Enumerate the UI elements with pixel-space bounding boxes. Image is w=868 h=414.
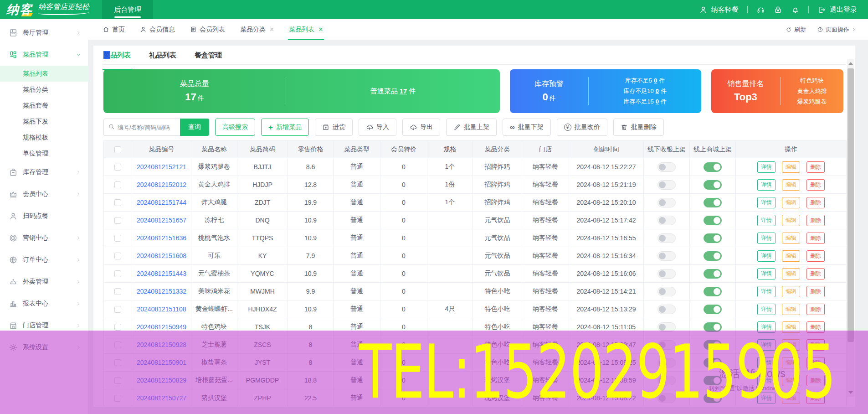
delete-button[interactable]: 删除 xyxy=(806,161,825,173)
edit-button[interactable]: 编辑 xyxy=(782,179,800,191)
mall-shelf-toggle[interactable] xyxy=(704,251,722,261)
subtab[interactable]: 菜品列表 xyxy=(103,51,131,64)
toolbar-button[interactable]: 批量删除 xyxy=(613,119,664,136)
row-checkbox[interactable] xyxy=(114,270,121,277)
mall-shelf-toggle[interactable] xyxy=(704,305,722,314)
edit-button[interactable]: 编辑 xyxy=(782,268,800,279)
page-tab[interactable]: 会员列表 xyxy=(190,19,225,40)
toolbar-button[interactable]: ¥ 批量改价 xyxy=(557,119,607,136)
page-tab[interactable]: 菜品列表 × xyxy=(289,19,323,40)
page-tab[interactable]: 首页 xyxy=(103,19,125,40)
logout-button[interactable]: 退出登录 xyxy=(817,5,857,14)
headset-icon[interactable] xyxy=(756,5,765,14)
edit-button[interactable]: 编辑 xyxy=(782,250,800,262)
refresh-button[interactable]: 刷新 xyxy=(786,26,806,34)
detail-button[interactable]: 详情 xyxy=(757,215,776,226)
sidebar-item[interactable]: 扫码点餐 xyxy=(0,205,88,227)
mall-shelf-toggle[interactable] xyxy=(704,269,722,279)
toolbar-button[interactable]: 进货 xyxy=(315,119,353,136)
delete-button[interactable]: 删除 xyxy=(806,179,825,191)
mall-shelf-toggle[interactable] xyxy=(704,287,722,296)
dish-id-link[interactable]: 20240812151332 xyxy=(137,288,186,295)
delete-button[interactable]: 删除 xyxy=(806,286,825,297)
pos-shelf-toggle[interactable] xyxy=(657,216,676,225)
pos-shelf-toggle[interactable] xyxy=(657,180,676,190)
row-checkbox[interactable] xyxy=(114,288,121,295)
pos-shelf-toggle[interactable] xyxy=(657,233,676,243)
sidebar-item[interactable]: 外卖管理 xyxy=(0,271,88,293)
row-checkbox[interactable] xyxy=(114,181,121,188)
edit-button[interactable]: 编辑 xyxy=(782,304,800,315)
toolbar-button[interactable]: ∞ 批量下架 xyxy=(503,119,551,136)
page-tab[interactable]: 菜品分类 × xyxy=(240,19,274,40)
dish-id-link[interactable]: 20240812151108 xyxy=(137,305,186,313)
row-checkbox[interactable] xyxy=(114,253,121,259)
delete-button[interactable]: 删除 xyxy=(806,250,825,262)
query-button[interactable]: 查询 xyxy=(180,119,209,136)
mall-shelf-toggle[interactable] xyxy=(704,180,722,190)
delete-button[interactable]: 删除 xyxy=(806,304,825,315)
toolbar-button[interactable]: 导入 xyxy=(359,119,396,136)
dish-id-link[interactable]: 20240812152121 xyxy=(137,163,186,171)
close-icon[interactable]: × xyxy=(318,26,323,33)
detail-button[interactable]: 详情 xyxy=(757,250,776,262)
detail-button[interactable]: 详情 xyxy=(757,304,776,315)
mall-shelf-toggle[interactable] xyxy=(704,198,722,207)
bell-icon[interactable] xyxy=(791,5,800,14)
sidebar-subitem[interactable]: 规格模板 xyxy=(0,129,88,145)
mall-shelf-toggle[interactable] xyxy=(704,162,722,172)
sidebar-subitem[interactable]: 单位管理 xyxy=(0,145,88,161)
search-input[interactable] xyxy=(118,124,176,131)
mall-shelf-toggle[interactable] xyxy=(704,233,722,243)
close-icon[interactable]: × xyxy=(270,26,274,33)
sidebar-subitem[interactable]: 菜品下发 xyxy=(0,114,88,129)
toolbar-button[interactable]: 导出 xyxy=(402,119,440,136)
lock-icon[interactable] xyxy=(774,5,782,14)
sidebar-item[interactable]: 订单中心 xyxy=(0,249,88,271)
row-checkbox[interactable] xyxy=(114,199,121,206)
row-checkbox[interactable] xyxy=(114,164,121,171)
subtab[interactable]: 礼品列表 xyxy=(149,51,176,64)
page-ops-button[interactable]: 页面操作 xyxy=(817,26,856,34)
row-checkbox[interactable] xyxy=(114,306,121,313)
dish-id-link[interactable]: 20240812150949 xyxy=(137,323,186,331)
delete-button[interactable]: 删除 xyxy=(806,233,825,244)
delete-button[interactable]: 删除 xyxy=(806,268,825,279)
pos-shelf-toggle[interactable] xyxy=(657,305,676,314)
sidebar-item[interactable]: 餐厅管理 xyxy=(0,22,88,44)
sidebar-item[interactable]: 会员中心 xyxy=(0,183,88,205)
mall-shelf-toggle[interactable] xyxy=(704,216,722,225)
toolbar-button[interactable]: 高级搜索 xyxy=(215,119,255,136)
edit-button[interactable]: 编辑 xyxy=(782,197,800,208)
row-checkbox[interactable] xyxy=(114,324,121,331)
dish-id-link[interactable]: 20240812151744 xyxy=(137,199,186,206)
sidebar-subitem[interactable]: 菜品套餐 xyxy=(0,98,88,114)
subtab[interactable]: 餐盒管理 xyxy=(195,51,222,64)
dish-id-link[interactable]: 20240812151636 xyxy=(137,234,186,242)
edit-button[interactable]: 编辑 xyxy=(782,215,800,226)
pos-shelf-toggle[interactable] xyxy=(657,287,676,296)
scroll-up-arrow[interactable] xyxy=(848,62,853,65)
delete-button[interactable]: 删除 xyxy=(806,197,825,208)
detail-button[interactable]: 详情 xyxy=(757,179,776,191)
dish-id-link[interactable]: 20240812151657 xyxy=(137,217,186,224)
sidebar-item[interactable]: 营销中心 xyxy=(0,227,88,249)
sidebar-subitem[interactable]: 菜品分类 xyxy=(0,82,88,98)
detail-button[interactable]: 详情 xyxy=(757,197,776,208)
row-checkbox[interactable] xyxy=(114,235,121,242)
pos-shelf-toggle[interactable] xyxy=(657,269,676,279)
detail-button[interactable]: 详情 xyxy=(757,233,776,244)
delete-button[interactable]: 删除 xyxy=(806,215,825,226)
sidebar-subitem[interactable]: 菜品列表 xyxy=(0,66,88,82)
toolbar-button[interactable]: 批量上架 xyxy=(446,119,497,136)
toolbar-button[interactable]: + 新增菜品 xyxy=(261,119,309,136)
sidebar-item[interactable]: 菜品管理 xyxy=(0,44,88,66)
pos-shelf-toggle[interactable] xyxy=(657,162,676,172)
select-all-checkbox[interactable] xyxy=(114,146,121,153)
edit-button[interactable]: 编辑 xyxy=(782,233,800,244)
scrollbar-thumb[interactable] xyxy=(847,68,854,342)
detail-button[interactable]: 详情 xyxy=(757,268,776,279)
dish-id-link[interactable]: 20240812151608 xyxy=(137,252,186,259)
dish-id-link[interactable]: 20240812151443 xyxy=(137,270,186,277)
nav-tab-backend[interactable]: 后台管理 xyxy=(102,0,153,19)
